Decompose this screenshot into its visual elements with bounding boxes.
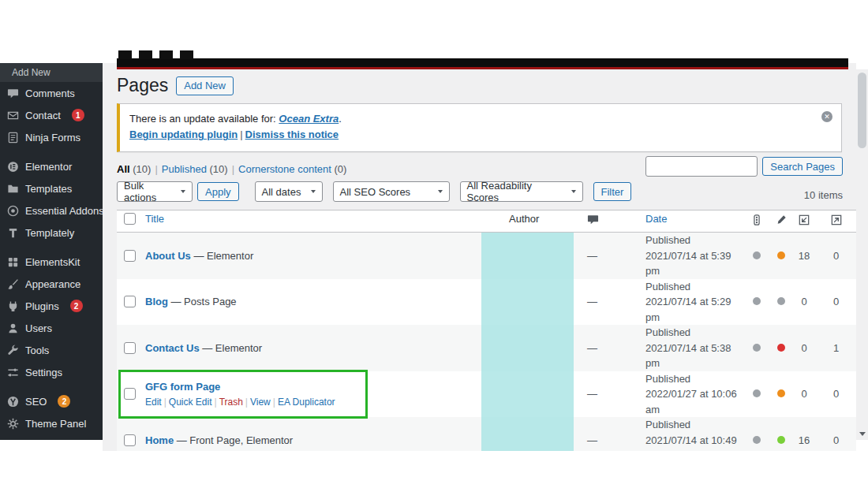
page-title-link[interactable]: GFG form Page bbox=[145, 381, 220, 393]
apply-button[interactable]: Apply bbox=[197, 182, 239, 201]
ocean-extra-link[interactable]: Ocean Extra bbox=[279, 113, 339, 125]
sidebar-item-label: Users bbox=[25, 322, 52, 334]
page-title: Pages bbox=[117, 75, 168, 97]
scrollbar-down-arrow[interactable] bbox=[856, 428, 868, 440]
essential-addons-icon bbox=[7, 205, 19, 217]
publish-status: Published bbox=[645, 233, 743, 248]
sidebar-item-label: Templately bbox=[25, 227, 74, 239]
down-triangle-icon bbox=[859, 432, 866, 436]
bulk-actions-select[interactable]: Bulk actions bbox=[117, 181, 193, 202]
sidebar-item-elementor[interactable]: Elementor bbox=[0, 155, 103, 177]
publish-date: 2021/07/14 at 10:49 am bbox=[645, 433, 743, 451]
quick-edit-action[interactable]: Quick Edit bbox=[169, 397, 212, 408]
dismiss-icon[interactable]: ✕ bbox=[821, 111, 832, 122]
sidebar-item-ninja-forms[interactable]: Ninja Forms bbox=[0, 126, 103, 148]
sidebar-item-elementskit[interactable]: ElementsKit bbox=[0, 251, 103, 273]
row-checkbox[interactable] bbox=[124, 388, 136, 400]
view-action[interactable]: View bbox=[250, 397, 271, 408]
templates-icon bbox=[7, 183, 19, 195]
seo-score-dot bbox=[753, 297, 761, 305]
page-title-link[interactable]: Blog bbox=[145, 296, 168, 307]
settings-icon bbox=[7, 367, 19, 378]
date-column-header[interactable]: Date bbox=[641, 213, 743, 225]
scrollbar-thumb[interactable] bbox=[858, 73, 866, 148]
view-cornerstone[interactable]: Cornerstone content bbox=[238, 163, 331, 175]
page-title-link[interactable]: Contact Us bbox=[145, 342, 200, 354]
page-title-link[interactable]: Home bbox=[145, 434, 174, 446]
update-notice: There is an update available for: Ocean … bbox=[117, 103, 842, 153]
trash-action[interactable]: Trash bbox=[219, 397, 243, 408]
readability-filter-select[interactable]: All Readability Scores bbox=[460, 181, 583, 202]
chevron-down-icon bbox=[438, 190, 443, 193]
sidebar-item-seo[interactable]: SEO 2 bbox=[0, 390, 103, 412]
view-published[interactable]: Published bbox=[162, 163, 207, 175]
row-checkbox[interactable] bbox=[124, 434, 136, 446]
sidebar-item-templately[interactable]: Templately bbox=[0, 222, 103, 244]
seo-notification-badge: 2 bbox=[58, 395, 70, 408]
row-checkbox[interactable] bbox=[124, 250, 136, 262]
select-all-checkbox[interactable] bbox=[124, 213, 136, 225]
table-row: Home — Front Page, Elementor — Published… bbox=[117, 417, 856, 451]
page-title-link[interactable]: About Us bbox=[145, 250, 191, 262]
begin-updating-link[interactable]: Begin updating plugin bbox=[129, 129, 238, 140]
title-column-header[interactable]: Title bbox=[145, 213, 504, 225]
seo-score-dot bbox=[753, 436, 761, 444]
seo-scores-filter-select[interactable]: All SEO Scores bbox=[333, 181, 450, 202]
appearance-icon bbox=[7, 278, 19, 290]
readability-score-icon bbox=[776, 214, 787, 225]
dismiss-notice-link[interactable]: Dismiss this notice bbox=[245, 129, 339, 140]
readability-score-dot bbox=[777, 344, 785, 352]
sidebar-item-settings[interactable]: Settings bbox=[0, 361, 103, 383]
date-cell: Published2021/07/14 at 5:29 pm bbox=[641, 279, 743, 326]
sidebar-group-gap bbox=[0, 244, 103, 251]
add-new-button[interactable]: Add New bbox=[176, 76, 234, 95]
page-title-suffix: — Posts Page bbox=[168, 296, 237, 307]
vertical-scrollbar[interactable] bbox=[856, 69, 868, 440]
seo-score-icon bbox=[751, 214, 762, 225]
readability-score-dot bbox=[777, 436, 785, 444]
dates-filter-select[interactable]: All dates bbox=[255, 181, 323, 202]
table-row: Blog — Posts Page — Published2021/07/14 … bbox=[117, 279, 856, 326]
sidebar-item-theme-panel[interactable]: Theme Panel bbox=[0, 412, 103, 434]
date-cell: Published2021/07/14 at 5:39 pm bbox=[641, 233, 743, 279]
author-cell bbox=[504, 255, 581, 256]
readability-column-header[interactable] bbox=[770, 213, 792, 225]
date-cell: Published2021/07/14 at 5:38 pm bbox=[641, 325, 743, 371]
table-header-row: Title Author Date bbox=[117, 210, 856, 233]
notice-separator: | bbox=[240, 129, 242, 140]
sidebar-item-add-new[interactable]: Add New bbox=[0, 63, 103, 82]
sidebar-item-users[interactable]: Users bbox=[0, 317, 103, 339]
seo-score-dot bbox=[753, 251, 761, 259]
filter-button[interactable]: Filter bbox=[593, 182, 632, 201]
table-row-gfg-form-page: GFG form Page Edit|Quick Edit|Trash|View… bbox=[117, 371, 856, 418]
ninja-forms-icon bbox=[7, 132, 19, 143]
search-input[interactable] bbox=[645, 156, 758, 177]
page-title-suffix: — Elementor bbox=[191, 250, 253, 262]
sidebar-item-tools[interactable]: Tools bbox=[0, 339, 103, 361]
outgoing-links-count: 0 bbox=[833, 434, 839, 446]
ea-duplicator-action[interactable]: EA Duplicator bbox=[278, 397, 335, 408]
outgoing-links-column-header[interactable] bbox=[816, 213, 856, 225]
pages-table: Title Author Date About Us — Elementor —… bbox=[117, 210, 856, 451]
seo-score-dot bbox=[753, 389, 761, 397]
readability-score-dot bbox=[777, 389, 785, 397]
internal-links-column-header[interactable] bbox=[792, 213, 816, 225]
sidebar-item-contact[interactable]: Contact 1 bbox=[0, 104, 103, 126]
sidebar-item-label: ElementsKit bbox=[25, 256, 80, 268]
view-all[interactable]: All (10) bbox=[117, 163, 151, 175]
sidebar-item-plugins[interactable]: Plugins 2 bbox=[0, 295, 103, 317]
sidebar-item-templates[interactable]: Templates bbox=[0, 177, 103, 199]
search-pages-button[interactable]: Search Pages bbox=[762, 157, 843, 176]
row-checkbox[interactable] bbox=[124, 342, 136, 354]
sidebar-item-essential-addons[interactable]: Essential Addons bbox=[0, 199, 103, 222]
seo-score-column-header[interactable] bbox=[743, 213, 770, 225]
row-checkbox[interactable] bbox=[124, 296, 136, 307]
sidebar-item-comments[interactable]: Comments bbox=[0, 82, 103, 104]
contact-icon bbox=[7, 110, 19, 121]
date-cell: Published2022/01/27 at 10:06 am bbox=[641, 371, 743, 418]
users-icon bbox=[7, 322, 19, 334]
author-cell bbox=[504, 393, 581, 394]
window-remnant-tab bbox=[180, 50, 193, 59]
edit-action[interactable]: Edit bbox=[145, 397, 162, 408]
sidebar-item-appearance[interactable]: Appearance bbox=[0, 273, 103, 295]
